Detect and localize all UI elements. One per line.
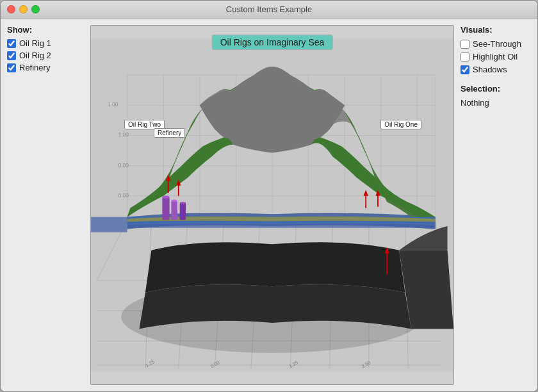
selection-label: Selection: bbox=[461, 84, 531, 94]
svg-point-41 bbox=[162, 195, 169, 199]
checkbox-see-through[interactable]: See-Through bbox=[461, 39, 531, 49]
checkbox-oil-rig-2[interactable]: Oil Rig 2 bbox=[7, 51, 84, 60]
checkbox-see-through-label: See-Through bbox=[473, 39, 521, 49]
oil-rig-one-label: Oil Rig One bbox=[380, 120, 421, 129]
checkbox-highlight-oil-input[interactable] bbox=[461, 53, 469, 61]
svg-text:0.00: 0.00 bbox=[118, 162, 129, 168]
scene-title: Oil Rigs on Imaginary Sea bbox=[212, 35, 333, 50]
title-bar: Custom Items Example bbox=[1, 1, 537, 19]
app-window: Custom Items Example Show: Oil Rig 1 Oil… bbox=[0, 0, 538, 392]
svg-rect-39 bbox=[171, 200, 177, 220]
left-panel: Show: Oil Rig 1 Oil Rig 2 Refinery bbox=[7, 25, 84, 385]
checkbox-shadows[interactable]: Shadows bbox=[461, 65, 531, 74]
svg-rect-38 bbox=[162, 197, 169, 220]
viewport[interactable]: 1.00 1.00 0.00 0.00 -1.25 0.00 1.25 2.50… bbox=[90, 25, 454, 385]
refinery-label: Refinery bbox=[154, 128, 185, 138]
checkbox-refinery-input[interactable] bbox=[7, 63, 16, 72]
checkbox-highlight-oil-label: Highlight Oil bbox=[473, 52, 518, 61]
checkbox-see-through-input[interactable] bbox=[461, 40, 469, 49]
checkbox-oil-rig-2-label: Oil Rig 2 bbox=[19, 51, 51, 60]
checkbox-refinery-label: Refinery bbox=[19, 63, 50, 72]
svg-point-43 bbox=[180, 202, 186, 204]
checkbox-oil-rig-1-input[interactable] bbox=[7, 39, 16, 48]
checkbox-highlight-oil[interactable]: Highlight Oil bbox=[461, 52, 531, 61]
selection-value: Nothing bbox=[461, 98, 531, 108]
svg-text:1.00: 1.00 bbox=[108, 101, 118, 108]
svg-text:0.00: 0.00 bbox=[118, 192, 129, 199]
close-button[interactable] bbox=[7, 5, 15, 13]
checkbox-oil-rig-1[interactable]: Oil Rig 1 bbox=[7, 38, 84, 48]
visuals-label: Visuals: bbox=[461, 25, 531, 35]
maximize-button[interactable] bbox=[31, 5, 40, 13]
checkbox-shadows-input[interactable] bbox=[461, 65, 469, 74]
svg-rect-40 bbox=[180, 203, 186, 220]
checkbox-shadows-label: Shadows bbox=[473, 65, 507, 74]
window-title: Custom Items Example bbox=[226, 4, 312, 14]
show-label: Show: bbox=[7, 25, 84, 35]
checkbox-refinery[interactable]: Refinery bbox=[7, 63, 84, 72]
right-panel: Visuals: See-Through Highlight Oil Shado… bbox=[461, 25, 531, 385]
checkbox-oil-rig-2-input[interactable] bbox=[7, 51, 16, 60]
window-controls bbox=[7, 5, 40, 13]
main-content: Show: Oil Rig 1 Oil Rig 2 Refinery bbox=[1, 19, 537, 391]
checkbox-oil-rig-1-label: Oil Rig 1 bbox=[19, 38, 51, 48]
svg-point-42 bbox=[171, 200, 177, 202]
svg-text:1.00: 1.00 bbox=[118, 131, 129, 138]
minimize-button[interactable] bbox=[19, 5, 28, 13]
